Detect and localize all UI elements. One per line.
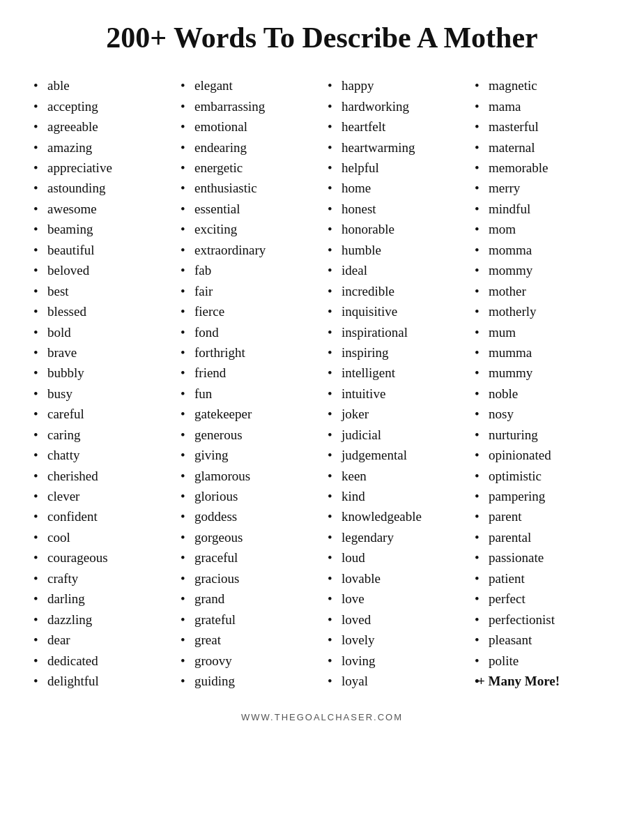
list-item: essential [181, 199, 316, 219]
list-item: embarrassing [181, 96, 316, 116]
list-item: fond [181, 322, 316, 342]
list-item: glorious [181, 486, 316, 506]
list-item: home [328, 178, 463, 198]
list-item: love [328, 589, 463, 609]
list-item: beaming [33, 219, 169, 239]
list-item: groovy [181, 651, 316, 671]
list-item: brave [33, 342, 169, 363]
list-item: graceful [181, 547, 316, 568]
list-item: intelligent [328, 363, 463, 383]
list-item: inspiring [328, 342, 463, 363]
list-item: knowledgeable [328, 506, 463, 526]
list-item: maternal [475, 137, 611, 158]
list-item: enthusiastic [181, 178, 316, 198]
list-item: patient [475, 568, 611, 589]
list-item: exciting [181, 219, 316, 239]
list-item: dear [33, 630, 169, 650]
list-item: gatekeeper [181, 404, 316, 424]
list-item: giving [181, 445, 316, 465]
list-item: loved [328, 609, 463, 630]
list-item: forthright [181, 342, 316, 363]
list-item: fierce [181, 301, 316, 321]
list-item: crafty [33, 568, 169, 589]
list-item: loving [328, 651, 463, 671]
list-item: passionate [475, 547, 611, 568]
list-item: polite [475, 651, 611, 671]
list-item: joker [328, 404, 463, 424]
list-item: mama [475, 96, 611, 116]
list-item: courageous [33, 547, 169, 568]
list-item: perfect [475, 589, 611, 609]
list-item: confident [33, 506, 169, 526]
list-item: noble [475, 384, 611, 404]
list-item: amazing [33, 137, 169, 158]
list-item: cherished [33, 466, 169, 486]
list-item: grateful [181, 609, 316, 630]
list-item: mindful [475, 199, 611, 219]
list-item: hardworking [328, 96, 463, 116]
list-item: blessed [33, 301, 169, 321]
list-item: bubbly [33, 363, 169, 383]
words-columns: ableacceptingagreeableamazingappreciativ… [28, 75, 616, 691]
list-item: magnetic [475, 75, 611, 96]
list-item: chatty [33, 445, 169, 465]
list-item: judicial [328, 425, 463, 445]
list-item: awesome [33, 199, 169, 219]
list-item: opinionated [475, 445, 611, 465]
list-item: pampering [475, 486, 611, 506]
list-item: lovable [328, 568, 463, 589]
list-item: beloved [33, 260, 169, 280]
list-item: motherly [475, 301, 611, 321]
list-item: bold [33, 322, 169, 342]
list-item: optimistic [475, 466, 611, 486]
list-item: darling [33, 589, 169, 609]
list-item: intuitive [328, 384, 463, 404]
list-item: loud [328, 547, 463, 568]
list-item: beautiful [33, 240, 169, 260]
list-item: parental [475, 527, 611, 547]
list-item: mother [475, 281, 611, 301]
list-item: heartwarming [328, 137, 463, 158]
list-item: agreeable [33, 116, 169, 137]
list-item: mumma [475, 342, 611, 363]
list-item: dedicated [33, 651, 169, 671]
list-item: incredible [328, 281, 463, 301]
list-item: delightful [33, 671, 169, 691]
list-item: gorgeous [181, 527, 316, 547]
list-item: emotional [181, 116, 316, 137]
page-title: 200+ Words To Describe A Mother [28, 21, 616, 54]
list-item: clever [33, 486, 169, 506]
list-item: pleasant [475, 630, 611, 650]
list-item: busy [33, 384, 169, 404]
list-item: parent [475, 506, 611, 526]
list-item: inquisitive [328, 301, 463, 321]
list-item: mum [475, 322, 611, 342]
list-item: perfectionist [475, 609, 611, 630]
list-item: legendary [328, 527, 463, 547]
word-list-3: happyhardworkingheartfeltheartwarminghel… [328, 75, 463, 691]
column-3: happyhardworkingheartfeltheartwarminghel… [322, 75, 469, 691]
list-item: happy [328, 75, 463, 96]
list-item: appreciative [33, 158, 169, 178]
list-item: gracious [181, 568, 316, 589]
list-item: momma [475, 240, 611, 260]
column-2: elegantembarrassingemotionalendearingene… [175, 75, 322, 691]
list-item: kind [328, 486, 463, 506]
list-item: energetic [181, 158, 316, 178]
list-item: helpful [328, 158, 463, 178]
list-item: cool [33, 527, 169, 547]
list-item: elegant [181, 75, 316, 96]
column-4: magneticmamamasterfulmaternalmemorableme… [469, 75, 616, 691]
list-item: grand [181, 589, 316, 609]
list-item: memorable [475, 158, 611, 178]
list-item: astounding [33, 178, 169, 198]
list-item: guiding [181, 671, 316, 691]
list-item: merry [475, 178, 611, 198]
more-label: + Many More! [475, 671, 611, 691]
list-item: accepting [33, 96, 169, 116]
list-item: goddess [181, 506, 316, 526]
list-item: caring [33, 425, 169, 445]
list-item: extraordinary [181, 240, 316, 260]
list-item: keen [328, 466, 463, 486]
list-item: mommy [475, 260, 611, 280]
